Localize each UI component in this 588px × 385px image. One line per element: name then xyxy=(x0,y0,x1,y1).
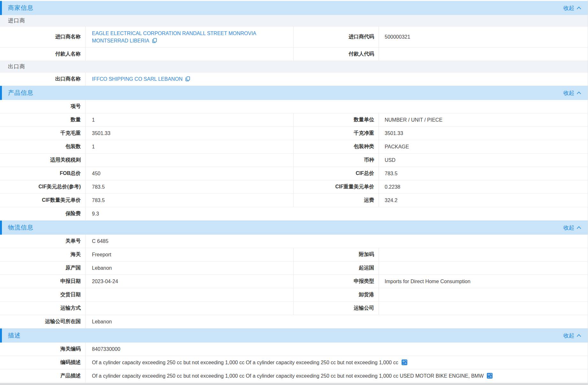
table-row-payer-name: 付款人名称 付款人代码 xyxy=(0,48,588,61)
field-value: 8407330000 xyxy=(86,343,588,356)
field-label: FOB总价 xyxy=(0,167,86,180)
svg-text:A: A xyxy=(404,362,406,365)
field-value: 3501.33 xyxy=(379,127,588,140)
field-value xyxy=(379,288,588,301)
field-label: 起运国 xyxy=(294,261,379,275)
table-row-cif-usd-total: CIF美元总价(参考) 783.5 CIF重量美元单价 0.2238 xyxy=(0,180,588,194)
chevron-up-icon xyxy=(577,334,581,337)
field-label: 申报类型 xyxy=(294,275,379,288)
section-title-merchant: 商家信息 xyxy=(8,4,34,12)
field-label: 交货日期 xyxy=(0,288,86,301)
table-row-hs-code: 海关编码 8407330000 xyxy=(0,343,588,356)
table-row-gross-weight: 千克毛重 3501.33 千克净重 3501.33 xyxy=(0,127,588,140)
field-value xyxy=(86,100,588,113)
trade-record-detail-page: 商家信息 收起 进口商 进口商名称 EAGLE ELECTRICAL CORPO… xyxy=(0,0,588,385)
field-value: Imports for Direct Home Consumption xyxy=(379,275,588,288)
table-row-product-description: 产品描述 Of a cylinder capacity exceeding 25… xyxy=(0,369,588,383)
field-label: CIF数量美元单价 xyxy=(0,194,86,207)
field-label: 申报日期 xyxy=(0,275,86,288)
field-value-cell: Of a cylinder capacity exceeding 250 cc … xyxy=(86,369,588,382)
table-row-importer-name: 进口商名称 EAGLE ELECTRICAL CORPORATION RANDA… xyxy=(0,26,588,48)
svg-text:A: A xyxy=(490,375,492,378)
field-value: 0.2238 xyxy=(379,180,588,193)
translate-icon[interactable]: 中A xyxy=(402,359,407,365)
field-value xyxy=(86,302,294,315)
collapse-button-product[interactable]: 收起 xyxy=(563,89,581,97)
section-accent-bar xyxy=(0,221,2,235)
field-label: 海关 xyxy=(0,248,86,261)
table-row-code-description: 编码描述 Of a cylinder capacity exceeding 25… xyxy=(0,356,588,369)
product-description-text: Of a cylinder capacity exceeding 250 cc … xyxy=(92,373,484,379)
field-label: 运输公司所在国 xyxy=(0,315,86,328)
copy-icon[interactable] xyxy=(152,38,157,43)
field-value: 9.3 xyxy=(86,207,588,220)
field-value-cell: EAGLE ELECTRICAL CORPORATION RANDALL STR… xyxy=(86,26,294,47)
field-label: 数量 xyxy=(0,113,86,126)
collapse-label: 收起 xyxy=(563,224,574,231)
table-row-exporter-name: 出口商名称 IFFCO SHIPPING CO SARL LEBANON xyxy=(0,72,588,86)
field-label: 包装种类 xyxy=(294,140,379,153)
field-label: 进口商代码 xyxy=(294,26,379,47)
collapse-label: 收起 xyxy=(563,89,574,97)
field-value: 783.5 xyxy=(379,167,588,180)
table-row-transport-company-country: 运输公司所在国 Lebanon xyxy=(0,315,588,328)
bottom-scrollbar-track xyxy=(0,383,588,385)
field-label: 卸货港 xyxy=(294,288,379,301)
field-label: 千克毛重 xyxy=(0,127,86,140)
section-accent-bar xyxy=(0,86,2,100)
field-value: NUMBER / UNIT / PIECE xyxy=(379,113,588,126)
field-value xyxy=(86,154,294,167)
field-label: 保险费 xyxy=(0,207,86,220)
section-header-logistics: 物流信息 收起 xyxy=(0,221,588,235)
section-header-product: 产品信息 收起 xyxy=(0,86,588,100)
field-label: 进口商名称 xyxy=(0,26,86,47)
collapse-label: 收起 xyxy=(563,332,574,339)
field-value: PACKAGE xyxy=(379,140,588,153)
field-value: 783.5 xyxy=(86,180,294,193)
collapse-label: 收起 xyxy=(563,4,574,12)
field-label: 运输方式 xyxy=(0,302,86,315)
field-value: Lebanon xyxy=(86,315,588,328)
field-value: 500000321 xyxy=(379,26,588,47)
field-label: 千克净重 xyxy=(294,127,379,140)
collapse-button-description[interactable]: 收起 xyxy=(563,332,581,339)
field-value: 1 xyxy=(86,140,294,153)
field-label: 关单号 xyxy=(0,235,86,248)
importer-name-link[interactable]: EAGLE ELECTRICAL CORPORATION RANDALL STR… xyxy=(92,31,256,43)
copy-icon[interactable] xyxy=(185,76,190,81)
field-label: 数量单位 xyxy=(294,113,379,126)
field-label: 运输公司 xyxy=(294,302,379,315)
table-row-package-count: 包装数 1 包装种类 PACKAGE xyxy=(0,140,588,154)
field-value: 2023-04-24 xyxy=(86,275,294,288)
collapse-button-merchant[interactable]: 收起 xyxy=(563,4,581,12)
table-row-declaration-date: 申报日期 2023-04-24 申报类型 Imports for Direct … xyxy=(0,275,588,288)
table-row-customs-office: 海关 Freeport 附加码 xyxy=(0,248,588,261)
field-label: 运费 xyxy=(294,194,379,207)
collapse-button-logistics[interactable]: 收起 xyxy=(563,224,581,231)
field-label: CIF重量美元单价 xyxy=(294,180,379,193)
section-header-description: 描述 收起 xyxy=(0,328,588,343)
field-label: 币种 xyxy=(294,154,379,167)
field-label: 适用关税税则 xyxy=(0,154,86,167)
field-value: 450 xyxy=(86,167,294,180)
chevron-up-icon xyxy=(577,6,581,10)
field-value-cell: IFFCO SHIPPING CO SARL LEBANON xyxy=(86,72,588,86)
group-header-importer: 进口商 xyxy=(0,15,588,26)
section-title-product: 产品信息 xyxy=(8,89,34,97)
translate-icon[interactable]: 中A xyxy=(487,373,493,379)
section-title-logistics: 物流信息 xyxy=(8,223,34,232)
exporter-name-link[interactable]: IFFCO SHIPPING CO SARL LEBANON xyxy=(92,76,183,82)
table-row-item-no: 项号 xyxy=(0,100,588,113)
field-label: 海关编码 xyxy=(0,343,86,356)
field-label: 产品描述 xyxy=(0,369,86,382)
field-value: 3501.33 xyxy=(86,127,294,140)
field-label: 项号 xyxy=(0,100,86,113)
section-accent-bar xyxy=(0,1,2,15)
table-row-fob-total: FOB总价 450 CIF总价 783.5 xyxy=(0,167,588,180)
table-row-cif-usd-per-qty: CIF数量美元单价 783.5 运费 324.2 xyxy=(0,194,588,207)
field-value-cell: Of a cylinder capacity exceeding 250 cc … xyxy=(86,356,588,369)
section-title-description: 描述 xyxy=(8,331,21,340)
table-row-customs-doc-no: 关单号 C 6485 xyxy=(0,235,588,248)
field-label: 原产国 xyxy=(0,261,86,275)
field-label: 包装数 xyxy=(0,140,86,153)
